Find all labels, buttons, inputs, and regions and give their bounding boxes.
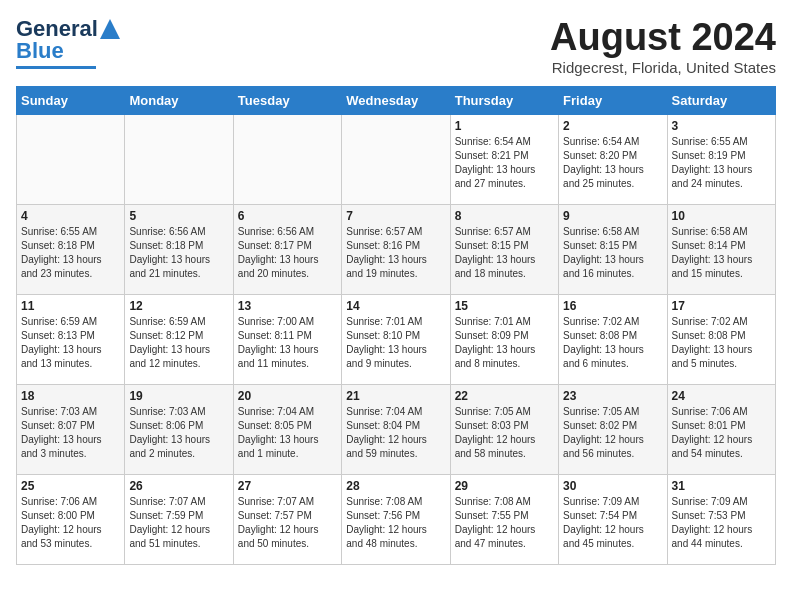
day-info: Sunrise: 7:09 AM Sunset: 7:54 PM Dayligh… [563, 495, 662, 551]
day-number: 16 [563, 299, 662, 313]
day-number: 5 [129, 209, 228, 223]
day-info: Sunrise: 7:03 AM Sunset: 8:06 PM Dayligh… [129, 405, 228, 461]
calendar-cell: 28Sunrise: 7:08 AM Sunset: 7:56 PM Dayli… [342, 475, 450, 565]
day-number: 27 [238, 479, 337, 493]
calendar-cell: 30Sunrise: 7:09 AM Sunset: 7:54 PM Dayli… [559, 475, 667, 565]
day-info: Sunrise: 6:57 AM Sunset: 8:16 PM Dayligh… [346, 225, 445, 281]
day-info: Sunrise: 6:58 AM Sunset: 8:15 PM Dayligh… [563, 225, 662, 281]
day-number: 12 [129, 299, 228, 313]
calendar-cell: 14Sunrise: 7:01 AM Sunset: 8:10 PM Dayli… [342, 295, 450, 385]
calendar-cell: 15Sunrise: 7:01 AM Sunset: 8:09 PM Dayli… [450, 295, 558, 385]
calendar-title: August 2024 [550, 16, 776, 59]
calendar-cell: 13Sunrise: 7:00 AM Sunset: 8:11 PM Dayli… [233, 295, 341, 385]
calendar-cell: 10Sunrise: 6:58 AM Sunset: 8:14 PM Dayli… [667, 205, 775, 295]
week-row-3: 11Sunrise: 6:59 AM Sunset: 8:13 PM Dayli… [17, 295, 776, 385]
day-info: Sunrise: 6:54 AM Sunset: 8:20 PM Dayligh… [563, 135, 662, 191]
calendar-table: SundayMondayTuesdayWednesdayThursdayFrid… [16, 86, 776, 565]
weekday-header-thursday: Thursday [450, 87, 558, 115]
day-number: 6 [238, 209, 337, 223]
calendar-cell: 21Sunrise: 7:04 AM Sunset: 8:04 PM Dayli… [342, 385, 450, 475]
svg-marker-0 [100, 19, 120, 39]
header: General Blue August 2024 Ridgecrest, Flo… [16, 16, 776, 76]
day-number: 19 [129, 389, 228, 403]
day-number: 22 [455, 389, 554, 403]
weekday-row: SundayMondayTuesdayWednesdayThursdayFrid… [17, 87, 776, 115]
day-number: 18 [21, 389, 120, 403]
day-info: Sunrise: 6:58 AM Sunset: 8:14 PM Dayligh… [672, 225, 771, 281]
day-info: Sunrise: 6:57 AM Sunset: 8:15 PM Dayligh… [455, 225, 554, 281]
day-info: Sunrise: 7:05 AM Sunset: 8:03 PM Dayligh… [455, 405, 554, 461]
day-number: 21 [346, 389, 445, 403]
calendar-cell: 22Sunrise: 7:05 AM Sunset: 8:03 PM Dayli… [450, 385, 558, 475]
day-info: Sunrise: 6:56 AM Sunset: 8:17 PM Dayligh… [238, 225, 337, 281]
calendar-cell: 25Sunrise: 7:06 AM Sunset: 8:00 PM Dayli… [17, 475, 125, 565]
day-number: 2 [563, 119, 662, 133]
day-number: 23 [563, 389, 662, 403]
calendar-cell [342, 115, 450, 205]
day-number: 30 [563, 479, 662, 493]
calendar-cell: 5Sunrise: 6:56 AM Sunset: 8:18 PM Daylig… [125, 205, 233, 295]
calendar-cell: 26Sunrise: 7:07 AM Sunset: 7:59 PM Dayli… [125, 475, 233, 565]
day-info: Sunrise: 7:06 AM Sunset: 8:00 PM Dayligh… [21, 495, 120, 551]
calendar-cell: 20Sunrise: 7:04 AM Sunset: 8:05 PM Dayli… [233, 385, 341, 475]
calendar-cell: 1Sunrise: 6:54 AM Sunset: 8:21 PM Daylig… [450, 115, 558, 205]
day-number: 29 [455, 479, 554, 493]
weekday-header-friday: Friday [559, 87, 667, 115]
day-info: Sunrise: 7:06 AM Sunset: 8:01 PM Dayligh… [672, 405, 771, 461]
calendar-cell: 3Sunrise: 6:55 AM Sunset: 8:19 PM Daylig… [667, 115, 775, 205]
day-number: 3 [672, 119, 771, 133]
calendar-cell: 29Sunrise: 7:08 AM Sunset: 7:55 PM Dayli… [450, 475, 558, 565]
calendar-cell: 27Sunrise: 7:07 AM Sunset: 7:57 PM Dayli… [233, 475, 341, 565]
week-row-5: 25Sunrise: 7:06 AM Sunset: 8:00 PM Dayli… [17, 475, 776, 565]
day-info: Sunrise: 7:04 AM Sunset: 8:05 PM Dayligh… [238, 405, 337, 461]
calendar-cell: 17Sunrise: 7:02 AM Sunset: 8:08 PM Dayli… [667, 295, 775, 385]
calendar-body: 1Sunrise: 6:54 AM Sunset: 8:21 PM Daylig… [17, 115, 776, 565]
calendar-subtitle: Ridgecrest, Florida, United States [550, 59, 776, 76]
day-info: Sunrise: 6:55 AM Sunset: 8:18 PM Dayligh… [21, 225, 120, 281]
day-info: Sunrise: 6:55 AM Sunset: 8:19 PM Dayligh… [672, 135, 771, 191]
logo-arrow-icon [100, 19, 120, 39]
title-block: August 2024 Ridgecrest, Florida, United … [550, 16, 776, 76]
calendar-cell: 18Sunrise: 7:03 AM Sunset: 8:07 PM Dayli… [17, 385, 125, 475]
calendar-cell: 8Sunrise: 6:57 AM Sunset: 8:15 PM Daylig… [450, 205, 558, 295]
calendar-cell: 2Sunrise: 6:54 AM Sunset: 8:20 PM Daylig… [559, 115, 667, 205]
calendar-cell: 12Sunrise: 6:59 AM Sunset: 8:12 PM Dayli… [125, 295, 233, 385]
day-number: 9 [563, 209, 662, 223]
day-number: 17 [672, 299, 771, 313]
day-number: 7 [346, 209, 445, 223]
week-row-2: 4Sunrise: 6:55 AM Sunset: 8:18 PM Daylig… [17, 205, 776, 295]
day-number: 28 [346, 479, 445, 493]
weekday-header-monday: Monday [125, 87, 233, 115]
calendar-header: SundayMondayTuesdayWednesdayThursdayFrid… [17, 87, 776, 115]
weekday-header-sunday: Sunday [17, 87, 125, 115]
calendar-cell: 9Sunrise: 6:58 AM Sunset: 8:15 PM Daylig… [559, 205, 667, 295]
day-number: 1 [455, 119, 554, 133]
logo: General Blue [16, 16, 120, 69]
day-info: Sunrise: 6:59 AM Sunset: 8:13 PM Dayligh… [21, 315, 120, 371]
calendar-cell: 31Sunrise: 7:09 AM Sunset: 7:53 PM Dayli… [667, 475, 775, 565]
day-info: Sunrise: 7:08 AM Sunset: 7:56 PM Dayligh… [346, 495, 445, 551]
day-info: Sunrise: 7:07 AM Sunset: 7:57 PM Dayligh… [238, 495, 337, 551]
day-number: 31 [672, 479, 771, 493]
day-number: 24 [672, 389, 771, 403]
day-number: 11 [21, 299, 120, 313]
calendar-cell: 7Sunrise: 6:57 AM Sunset: 8:16 PM Daylig… [342, 205, 450, 295]
day-number: 14 [346, 299, 445, 313]
day-info: Sunrise: 7:08 AM Sunset: 7:55 PM Dayligh… [455, 495, 554, 551]
day-info: Sunrise: 7:01 AM Sunset: 8:10 PM Dayligh… [346, 315, 445, 371]
calendar-cell: 19Sunrise: 7:03 AM Sunset: 8:06 PM Dayli… [125, 385, 233, 475]
calendar-cell: 24Sunrise: 7:06 AM Sunset: 8:01 PM Dayli… [667, 385, 775, 475]
calendar-cell: 16Sunrise: 7:02 AM Sunset: 8:08 PM Dayli… [559, 295, 667, 385]
weekday-header-saturday: Saturday [667, 87, 775, 115]
calendar-cell: 4Sunrise: 6:55 AM Sunset: 8:18 PM Daylig… [17, 205, 125, 295]
day-number: 10 [672, 209, 771, 223]
calendar-cell [125, 115, 233, 205]
day-number: 8 [455, 209, 554, 223]
calendar-cell [233, 115, 341, 205]
day-number: 25 [21, 479, 120, 493]
day-info: Sunrise: 7:01 AM Sunset: 8:09 PM Dayligh… [455, 315, 554, 371]
day-number: 20 [238, 389, 337, 403]
weekday-header-tuesday: Tuesday [233, 87, 341, 115]
day-number: 26 [129, 479, 228, 493]
day-info: Sunrise: 7:09 AM Sunset: 7:53 PM Dayligh… [672, 495, 771, 551]
